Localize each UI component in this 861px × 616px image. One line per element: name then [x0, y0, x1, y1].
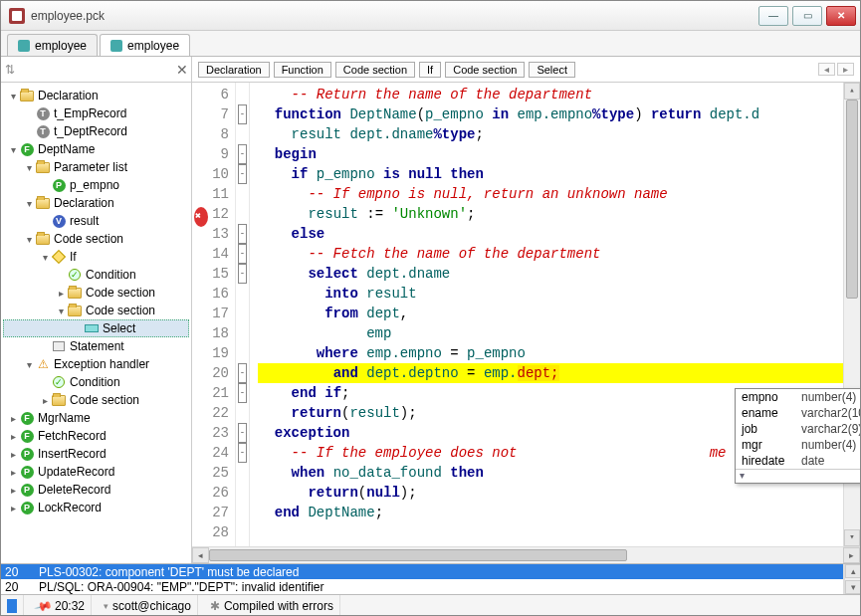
expand-toggle[interactable]: ▸ — [7, 431, 19, 442]
line-number[interactable]: 26 — [192, 483, 235, 503]
line-number[interactable]: 16 — [192, 284, 235, 304]
errors-scrollbar[interactable]: ▴ ▾ — [844, 564, 861, 594]
tree-node[interactable]: ▾⚠Exception handler — [3, 355, 189, 373]
tree-node[interactable]: ✓Condition — [3, 373, 189, 391]
scroll-left-button[interactable]: ◂ — [192, 547, 209, 563]
breadcrumb-item[interactable]: Declaration — [198, 62, 270, 78]
line-number[interactable]: 20 — [192, 363, 235, 383]
tree-node[interactable]: ✓Condition — [3, 266, 189, 284]
line-number[interactable]: 24 — [192, 443, 235, 463]
line-number[interactable]: 23 — [192, 423, 235, 443]
outline-search-input[interactable] — [19, 63, 168, 77]
tree-node[interactable]: ▸FMgrName — [3, 409, 189, 427]
fold-toggle[interactable]: - — [238, 363, 247, 383]
line-number[interactable]: 8 — [192, 124, 235, 144]
breadcrumb-item[interactable]: If — [419, 62, 441, 78]
tree-node[interactable]: ▾FDeptName — [3, 140, 189, 158]
tree-node[interactable]: ▾Declaration — [3, 87, 189, 104]
code-line[interactable]: emp — [258, 323, 843, 343]
horizontal-scrollbar[interactable]: ◂ ▸ — [192, 546, 860, 563]
expand-toggle[interactable]: ▸ — [7, 467, 19, 478]
error-row[interactable]: 20PLS-00302: component 'DEPT' must be de… — [1, 564, 860, 579]
code-line[interactable]: -- Return the name of the department — [258, 85, 843, 104]
expand-toggle[interactable]: ▾ — [23, 198, 35, 209]
pin-icon[interactable]: 📌 — [34, 596, 54, 616]
compile-errors-panel[interactable]: 20PLS-00302: component 'DEPT' must be de… — [1, 563, 860, 594]
tree-node[interactable]: Tt_EmpRecord — [3, 104, 189, 122]
tree-node[interactable]: Statement — [3, 337, 189, 355]
tree-node[interactable]: ▸Code section — [3, 391, 189, 409]
breadcrumb-item[interactable]: Function — [274, 62, 331, 78]
code-line[interactable]: result dept.dname%type; — [258, 124, 843, 144]
minimize-button[interactable]: — — [758, 6, 788, 26]
scroll-up-button[interactable]: ▴ — [844, 83, 860, 100]
tree-node[interactable]: Vresult — [3, 212, 189, 230]
scroll-down-button[interactable]: ▾ — [844, 529, 860, 546]
error-row[interactable]: 20PL/SQL: ORA-00904: "EMP"."DEPT": inval… — [1, 579, 860, 594]
fold-toggle[interactable]: - — [238, 264, 247, 284]
expand-toggle[interactable]: ▸ — [39, 395, 51, 406]
code-line[interactable]: else — [258, 224, 843, 244]
code-line[interactable]: -- Fetch the name of the department — [258, 244, 843, 264]
tree-node[interactable]: ▾Parameter list — [3, 158, 189, 176]
fold-toggle[interactable]: - — [238, 423, 247, 443]
code-line[interactable]: result := 'Unknown'; — [258, 204, 843, 224]
tree-node[interactable]: ▸PLockRecord — [3, 499, 189, 516]
dropdown-icon[interactable]: ▾ — [104, 601, 108, 611]
breadcrumb-item[interactable]: Code section — [445, 62, 525, 78]
tree-node[interactable]: ▸FFetchRecord — [3, 427, 189, 445]
scroll-thumb[interactable] — [846, 100, 858, 299]
autocomplete-popup[interactable]: empnonumber(4)enamevarchar2(10)jobvarcha… — [735, 388, 860, 484]
scroll-down-button[interactable]: ▾ — [845, 580, 861, 594]
line-number[interactable]: 6 — [192, 85, 235, 104]
tree-node[interactable]: Tt_DeptRecord — [3, 122, 189, 140]
expand-toggle[interactable]: ▾ — [39, 252, 51, 263]
expand-toggle[interactable]: ▾ — [7, 91, 19, 102]
line-number[interactable]: 27 — [192, 503, 235, 522]
expand-toggle[interactable]: ▸ — [7, 503, 19, 513]
expand-toggle[interactable]: ▾ — [23, 234, 35, 245]
tree-node[interactable]: ▸PUpdateRecord — [3, 463, 189, 481]
breadcrumb-item[interactable]: Code section — [335, 62, 415, 78]
line-number[interactable]: 14 — [192, 244, 235, 264]
scroll-thumb[interactable] — [209, 549, 627, 561]
fold-toggle[interactable]: - — [238, 224, 247, 244]
line-number[interactable]: 10 — [192, 164, 235, 184]
tree-node[interactable]: Pp_empno — [3, 176, 189, 194]
clear-search-button[interactable]: ✕ — [172, 62, 192, 78]
line-number[interactable]: 25 — [192, 463, 235, 483]
autocomplete-item[interactable]: empnonumber(4) — [736, 389, 860, 405]
tab-employee-body[interactable]: employee — [100, 34, 190, 56]
close-button[interactable]: ✕ — [826, 6, 856, 26]
fold-toggle[interactable]: - — [238, 104, 247, 124]
autocomplete-item[interactable]: mgrnumber(4) — [736, 437, 860, 453]
line-number[interactable]: 12 — [192, 204, 235, 224]
code-line[interactable] — [258, 522, 843, 542]
autocomplete-list[interactable]: empnonumber(4)enamevarchar2(10)jobvarcha… — [736, 389, 860, 483]
code-line[interactable]: return(null); — [258, 483, 843, 503]
fold-toggle[interactable]: - — [238, 383, 247, 403]
expand-toggle[interactable]: ▸ — [7, 485, 19, 496]
scroll-up-button[interactable]: ▴ — [845, 564, 861, 578]
tree-node[interactable]: ▸Code section — [3, 284, 189, 302]
tree-node[interactable]: ▸PDeleteRecord — [3, 481, 189, 499]
breadcrumb-next-button[interactable]: ▸ — [837, 63, 854, 76]
fold-toggle[interactable]: - — [238, 164, 247, 184]
fold-toggle[interactable]: - — [238, 244, 247, 264]
expand-toggle[interactable]: ▾ — [55, 306, 67, 316]
expand-toggle[interactable]: ▸ — [55, 288, 67, 299]
code-line[interactable]: end DeptName; — [258, 503, 843, 522]
code-line[interactable]: from dept, — [258, 304, 843, 323]
breadcrumb-item[interactable]: Select — [529, 62, 575, 78]
autocomplete-item[interactable]: hiredatedate — [736, 453, 860, 469]
expand-toggle[interactable]: ▸ — [7, 449, 19, 460]
code-line[interactable]: begin — [258, 144, 843, 164]
tree-node[interactable]: ▾If — [3, 248, 189, 266]
fold-column[interactable]: ---------- — [236, 83, 250, 546]
connection-label[interactable]: scott@chicago — [112, 599, 191, 613]
line-number-gutter[interactable]: 67891011✖1213141516171819202122232425262… — [192, 83, 236, 546]
expand-toggle[interactable]: ▾ — [23, 162, 35, 173]
breadcrumb-prev-button[interactable]: ◂ — [818, 63, 835, 76]
tree-node[interactable]: ▾Code section — [3, 230, 189, 248]
tab-employee-spec[interactable]: employee — [7, 34, 98, 56]
